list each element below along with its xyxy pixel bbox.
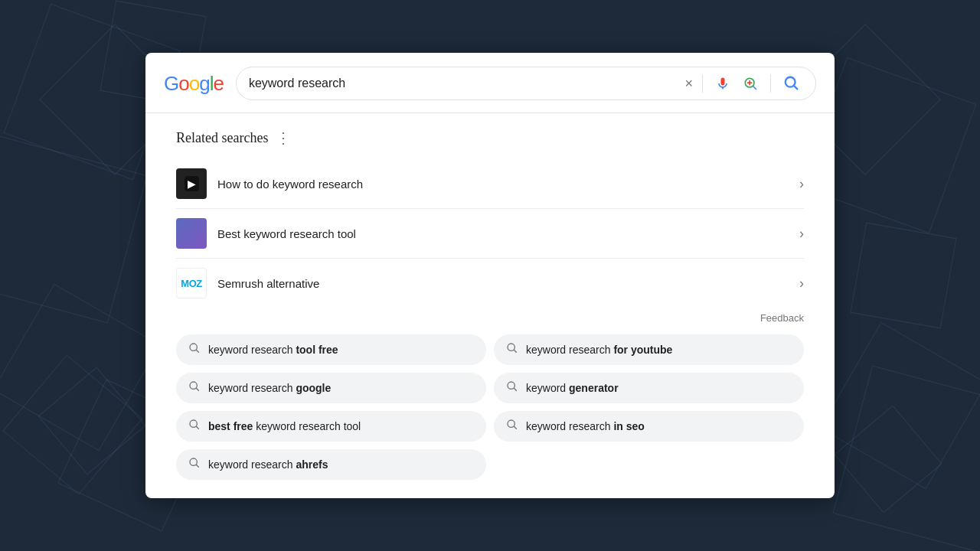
pill-best-free[interactable]: best free keyword research tool	[176, 411, 486, 442]
chevron-down-icon-2: ›	[799, 226, 804, 242]
pill-text-google: keyword research google	[208, 382, 331, 394]
clear-icon[interactable]: ×	[684, 76, 693, 92]
pill-google[interactable]: keyword research google	[176, 373, 486, 403]
main-card: Google ×	[145, 53, 835, 498]
chevron-down-icon: ›	[799, 176, 804, 192]
search-pills-grid: keyword research tool free keyword resea…	[176, 334, 804, 480]
related-thumb-moz: MOZ	[176, 268, 207, 298]
related-item-left: How to do keyword research	[176, 168, 363, 199]
voice-search-button[interactable]	[712, 73, 733, 94]
pill-text-ahrefs: keyword research ahrefs	[208, 458, 328, 471]
logo-o2: o	[189, 73, 199, 93]
pill-text-for-youtube: keyword research for youtube	[526, 344, 672, 356]
related-item-text-semrush: Semrush alternative	[217, 277, 319, 290]
more-options-icon[interactable]: ⋮	[276, 129, 291, 147]
pill-in-seo[interactable]: keyword research in seo	[494, 411, 804, 442]
search-divider-2	[770, 74, 771, 93]
search-icon	[188, 342, 201, 357]
main-content: Related searches ⋮ How to do keyword res…	[145, 113, 835, 480]
search-input[interactable]	[249, 77, 679, 90]
pill-text-best-free: best free keyword research tool	[208, 420, 361, 432]
related-searches-header: Related searches ⋮	[176, 129, 804, 147]
related-thumb-video	[176, 168, 207, 199]
feedback-label[interactable]: Feedback	[760, 312, 804, 324]
logo-e: e	[213, 73, 223, 93]
search-bar-area: Google ×	[145, 53, 835, 113]
logo-g2: g	[199, 73, 209, 93]
related-searches-title: Related searches	[176, 130, 268, 146]
search-icon-3	[188, 380, 201, 396]
pill-ahrefs[interactable]: keyword research ahrefs	[176, 449, 486, 480]
related-searches-list: How to do keyword research › Best keywor…	[176, 159, 804, 308]
related-item-left-2: Best keyword research tool	[176, 218, 356, 249]
logo-g: G	[164, 73, 178, 93]
google-logo: Google	[164, 73, 224, 93]
related-item-best-tool[interactable]: Best keyword research tool ›	[176, 209, 804, 259]
chevron-down-icon-3: ›	[799, 276, 804, 292]
search-icon-5	[188, 419, 201, 434]
pill-for-youtube[interactable]: keyword research for youtube	[494, 334, 804, 365]
search-icon-6	[506, 419, 518, 434]
search-icon-4	[506, 380, 518, 396]
related-item-semrush[interactable]: MOZ Semrush alternative ›	[176, 259, 804, 308]
feedback-row: Feedback	[176, 308, 804, 334]
pill-text-generator: keyword generator	[526, 382, 619, 394]
related-item-how-to[interactable]: How to do keyword research ›	[176, 159, 804, 209]
search-bar-row: Google ×	[164, 67, 816, 100]
search-divider	[702, 74, 703, 93]
pill-text-tool-free: keyword research tool free	[208, 344, 338, 356]
pill-generator[interactable]: keyword generator	[494, 373, 804, 403]
pill-text-in-seo: keyword research in seo	[526, 420, 645, 432]
search-icon-2	[506, 342, 518, 357]
search-icon-7	[188, 457, 201, 472]
related-item-text-how-to: How to do keyword research	[217, 178, 363, 191]
search-input-wrap[interactable]: ×	[236, 67, 816, 100]
image-search-button[interactable]	[740, 73, 761, 94]
related-item-text-best-tool: Best keyword research tool	[217, 227, 356, 240]
logo-o1: o	[178, 73, 188, 93]
search-button[interactable]	[780, 72, 803, 95]
related-item-left-3: MOZ Semrush alternative	[176, 268, 319, 298]
pill-tool-free[interactable]: keyword research tool free	[176, 334, 486, 365]
related-thumb-book	[176, 218, 207, 249]
